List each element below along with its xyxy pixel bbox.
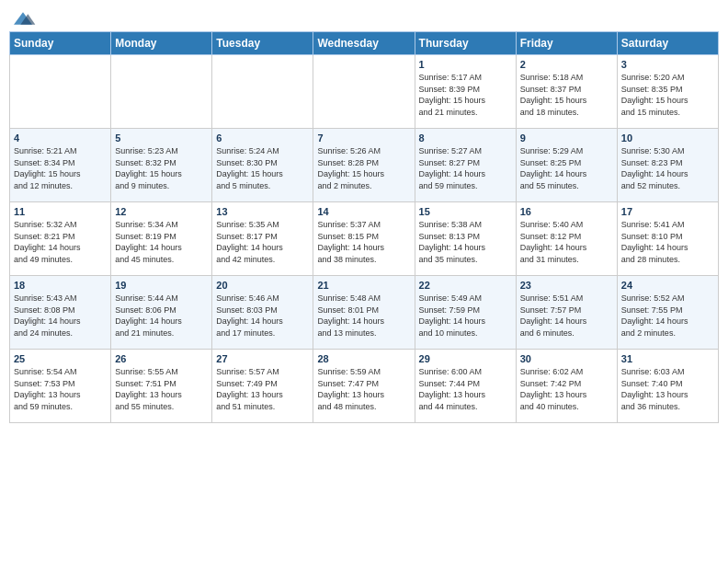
- day-info: Sunrise: 5:52 AM Sunset: 7:55 PM Dayligh…: [621, 293, 714, 339]
- day-info: Sunrise: 5:29 AM Sunset: 8:25 PM Dayligh…: [520, 145, 613, 191]
- day-number: 7: [317, 132, 410, 144]
- day-number: 28: [317, 353, 410, 364]
- calendar-cell: 15Sunrise: 5:38 AM Sunset: 8:13 PM Dayli…: [415, 202, 516, 276]
- day-number: 26: [115, 353, 208, 364]
- day-info: Sunrise: 6:00 AM Sunset: 7:44 PM Dayligh…: [419, 366, 512, 412]
- calendar-cell: [10, 55, 111, 129]
- calendar-cell: [111, 55, 212, 129]
- week-row-1: 1Sunrise: 5:17 AM Sunset: 8:39 PM Daylig…: [10, 55, 719, 129]
- col-header-monday: Monday: [111, 32, 212, 55]
- day-info: Sunrise: 5:38 AM Sunset: 8:13 PM Dayligh…: [419, 219, 512, 265]
- day-number: 21: [317, 280, 410, 291]
- calendar-cell: 31Sunrise: 6:03 AM Sunset: 7:40 PM Dayli…: [617, 350, 718, 423]
- calendar-cell: 7Sunrise: 5:26 AM Sunset: 8:28 PM Daylig…: [313, 129, 415, 202]
- day-info: Sunrise: 5:17 AM Sunset: 8:39 PM Dayligh…: [419, 72, 512, 118]
- calendar-cell: 5Sunrise: 5:23 AM Sunset: 8:32 PM Daylig…: [111, 129, 212, 202]
- day-number: 4: [14, 132, 107, 144]
- col-header-sunday: Sunday: [10, 32, 111, 55]
- calendar-cell: 20Sunrise: 5:46 AM Sunset: 8:03 PM Dayli…: [212, 276, 313, 350]
- calendar-cell: 2Sunrise: 5:18 AM Sunset: 8:37 PM Daylig…: [516, 55, 617, 129]
- calendar-cell: 21Sunrise: 5:48 AM Sunset: 8:01 PM Dayli…: [313, 276, 415, 350]
- calendar-cell: [212, 55, 313, 129]
- calendar-cell: 16Sunrise: 5:40 AM Sunset: 8:12 PM Dayli…: [516, 202, 617, 276]
- calendar-cell: 19Sunrise: 5:44 AM Sunset: 8:06 PM Dayli…: [111, 276, 212, 350]
- day-info: Sunrise: 5:51 AM Sunset: 7:57 PM Dayligh…: [520, 293, 613, 339]
- day-number: 9: [520, 132, 613, 144]
- calendar-cell: 22Sunrise: 5:49 AM Sunset: 7:59 PM Dayli…: [415, 276, 516, 350]
- day-number: 11: [14, 206, 107, 217]
- day-info: Sunrise: 5:49 AM Sunset: 7:59 PM Dayligh…: [419, 293, 512, 339]
- day-info: Sunrise: 5:20 AM Sunset: 8:35 PM Dayligh…: [621, 72, 714, 118]
- week-row-3: 11Sunrise: 5:32 AM Sunset: 8:21 PM Dayli…: [10, 202, 719, 276]
- calendar-cell: [313, 55, 415, 129]
- day-info: Sunrise: 5:37 AM Sunset: 8:15 PM Dayligh…: [317, 219, 410, 265]
- calendar-cell: 23Sunrise: 5:51 AM Sunset: 7:57 PM Dayli…: [516, 276, 617, 350]
- day-info: Sunrise: 5:48 AM Sunset: 8:01 PM Dayligh…: [317, 293, 410, 339]
- day-info: Sunrise: 5:41 AM Sunset: 8:10 PM Dayligh…: [621, 219, 714, 265]
- col-header-thursday: Thursday: [415, 32, 516, 55]
- calendar-cell: 13Sunrise: 5:35 AM Sunset: 8:17 PM Dayli…: [212, 202, 313, 276]
- col-header-wednesday: Wednesday: [313, 32, 415, 55]
- day-number: 5: [115, 132, 208, 144]
- day-number: 15: [419, 206, 512, 217]
- calendar-cell: 4Sunrise: 5:21 AM Sunset: 8:34 PM Daylig…: [10, 129, 111, 202]
- day-info: Sunrise: 5:32 AM Sunset: 8:21 PM Dayligh…: [14, 219, 107, 265]
- day-number: 30: [520, 353, 613, 364]
- day-info: Sunrise: 5:24 AM Sunset: 8:30 PM Dayligh…: [216, 145, 309, 191]
- col-header-tuesday: Tuesday: [212, 32, 313, 55]
- day-number: 12: [115, 206, 208, 217]
- day-number: 10: [621, 132, 714, 144]
- col-header-friday: Friday: [516, 32, 617, 55]
- week-row-4: 18Sunrise: 5:43 AM Sunset: 8:08 PM Dayli…: [10, 276, 719, 350]
- calendar-cell: 27Sunrise: 5:57 AM Sunset: 7:49 PM Dayli…: [212, 350, 313, 423]
- calendar-cell: 14Sunrise: 5:37 AM Sunset: 8:15 PM Dayli…: [313, 202, 415, 276]
- day-info: Sunrise: 5:40 AM Sunset: 8:12 PM Dayligh…: [520, 219, 613, 265]
- day-number: 17: [621, 206, 714, 217]
- day-number: 2: [520, 59, 613, 70]
- calendar-cell: 10Sunrise: 5:30 AM Sunset: 8:23 PM Dayli…: [617, 129, 718, 202]
- day-info: Sunrise: 5:30 AM Sunset: 8:23 PM Dayligh…: [621, 145, 714, 191]
- day-number: 13: [216, 206, 309, 217]
- day-info: Sunrise: 5:46 AM Sunset: 8:03 PM Dayligh…: [216, 293, 309, 339]
- day-number: 25: [14, 353, 107, 364]
- day-number: 29: [419, 353, 512, 364]
- day-number: 16: [520, 206, 613, 217]
- calendar-table: SundayMondayTuesdayWednesdayThursdayFrid…: [9, 31, 719, 423]
- day-info: Sunrise: 5:57 AM Sunset: 7:49 PM Dayligh…: [216, 366, 309, 412]
- day-info: Sunrise: 5:21 AM Sunset: 8:34 PM Dayligh…: [14, 145, 107, 191]
- calendar-cell: 24Sunrise: 5:52 AM Sunset: 7:55 PM Dayli…: [617, 276, 718, 350]
- day-info: Sunrise: 6:03 AM Sunset: 7:40 PM Dayligh…: [621, 366, 714, 412]
- col-header-saturday: Saturday: [617, 32, 718, 55]
- calendar-cell: 18Sunrise: 5:43 AM Sunset: 8:08 PM Dayli…: [10, 276, 111, 350]
- calendar-cell: 9Sunrise: 5:29 AM Sunset: 8:25 PM Daylig…: [516, 129, 617, 202]
- day-number: 19: [115, 280, 208, 291]
- week-row-5: 25Sunrise: 5:54 AM Sunset: 7:53 PM Dayli…: [10, 350, 719, 423]
- calendar-cell: 3Sunrise: 5:20 AM Sunset: 8:35 PM Daylig…: [617, 55, 718, 129]
- day-number: 8: [419, 132, 512, 144]
- calendar-cell: 30Sunrise: 6:02 AM Sunset: 7:42 PM Dayli…: [516, 350, 617, 423]
- day-info: Sunrise: 5:27 AM Sunset: 8:27 PM Dayligh…: [419, 145, 512, 191]
- calendar-cell: 28Sunrise: 5:59 AM Sunset: 7:47 PM Dayli…: [313, 350, 415, 423]
- day-number: 22: [419, 280, 512, 291]
- day-info: Sunrise: 5:34 AM Sunset: 8:19 PM Dayligh…: [115, 219, 208, 265]
- day-number: 3: [621, 59, 714, 70]
- day-number: 31: [621, 353, 714, 364]
- day-info: Sunrise: 5:26 AM Sunset: 8:28 PM Dayligh…: [317, 145, 410, 191]
- logo-icon: [9, 9, 37, 28]
- logo: [9, 9, 40, 28]
- calendar-cell: 6Sunrise: 5:24 AM Sunset: 8:30 PM Daylig…: [212, 129, 313, 202]
- day-info: Sunrise: 5:59 AM Sunset: 7:47 PM Dayligh…: [317, 366, 410, 412]
- page-header: [9, 9, 719, 28]
- day-info: Sunrise: 5:55 AM Sunset: 7:51 PM Dayligh…: [115, 366, 208, 412]
- day-info: Sunrise: 5:23 AM Sunset: 8:32 PM Dayligh…: [115, 145, 208, 191]
- day-number: 14: [317, 206, 410, 217]
- day-info: Sunrise: 5:18 AM Sunset: 8:37 PM Dayligh…: [520, 72, 613, 118]
- calendar-cell: 1Sunrise: 5:17 AM Sunset: 8:39 PM Daylig…: [415, 55, 516, 129]
- calendar-cell: 11Sunrise: 5:32 AM Sunset: 8:21 PM Dayli…: [10, 202, 111, 276]
- calendar-cell: 25Sunrise: 5:54 AM Sunset: 7:53 PM Dayli…: [10, 350, 111, 423]
- calendar-header-row: SundayMondayTuesdayWednesdayThursdayFrid…: [10, 32, 719, 55]
- calendar-cell: 29Sunrise: 6:00 AM Sunset: 7:44 PM Dayli…: [415, 350, 516, 423]
- day-info: Sunrise: 5:35 AM Sunset: 8:17 PM Dayligh…: [216, 219, 309, 265]
- day-number: 23: [520, 280, 613, 291]
- day-number: 18: [14, 280, 107, 291]
